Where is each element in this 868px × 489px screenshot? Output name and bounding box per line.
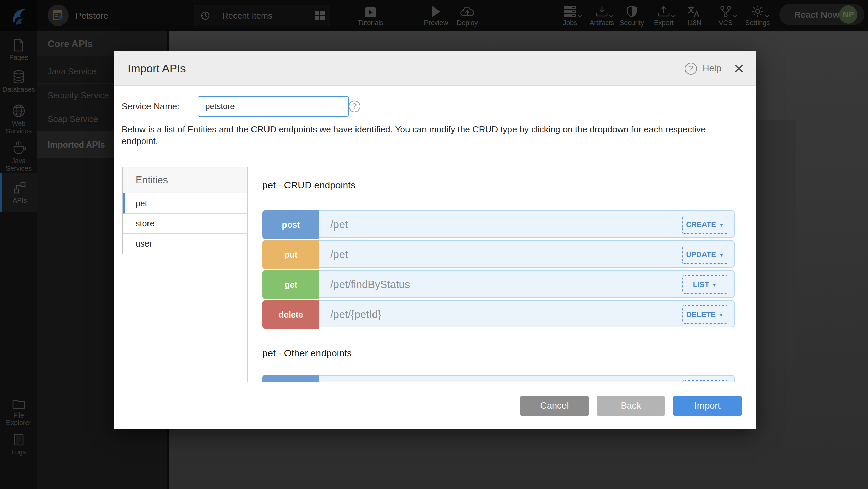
endpoint-row: put/petUPDATE▼ bbox=[262, 240, 735, 268]
chevron-down-icon bbox=[732, 15, 737, 18]
security-shield-icon bbox=[626, 5, 637, 18]
chevron-down-icon bbox=[671, 15, 676, 18]
artifacts-download-icon bbox=[595, 5, 608, 18]
import-button[interactable]: Import bbox=[673, 396, 742, 416]
method-badge: put bbox=[262, 240, 319, 269]
crud-dropdown[interactable]: LIST▼ bbox=[682, 275, 727, 294]
sidebar-item-apis[interactable]: APIs bbox=[0, 173, 37, 212]
sidebar-item-databases[interactable]: Databases bbox=[0, 70, 37, 93]
apis-icon bbox=[13, 181, 27, 195]
react-now-button[interactable]: React Now NP bbox=[779, 4, 864, 25]
close-icon[interactable]: ✕ bbox=[729, 51, 749, 86]
topbar-item-tutorials[interactable]: Tutorials bbox=[352, 0, 389, 31]
method-badge: post bbox=[262, 375, 319, 382]
modal-description: Below is a list of Entities and the CRUD… bbox=[122, 123, 737, 147]
help-button[interactable]: ? Help bbox=[685, 51, 722, 86]
crud-value: LIST bbox=[693, 280, 709, 289]
sidebar-item-java-services[interactable]: Java Services bbox=[0, 141, 37, 172]
entity-item[interactable]: store bbox=[123, 214, 248, 234]
crud-value: UPDATE bbox=[686, 250, 716, 259]
cancel-button[interactable]: Cancel bbox=[520, 396, 589, 416]
caret-down-icon: ▼ bbox=[719, 222, 724, 228]
entity-item[interactable]: user bbox=[123, 234, 248, 254]
page-icon bbox=[13, 39, 24, 52]
logo-cell bbox=[0, 0, 37, 31]
help-question-icon: ? bbox=[685, 63, 697, 75]
service-name-label: Service Name: bbox=[122, 101, 180, 112]
deploy-cloud-icon bbox=[460, 5, 475, 18]
method-badge: get bbox=[262, 270, 319, 299]
service-name-row: Service Name: bbox=[122, 96, 180, 117]
i18n-translate-icon bbox=[688, 5, 701, 18]
entities-header: Entities bbox=[123, 167, 248, 193]
project-name: Petstore bbox=[75, 0, 108, 31]
coffee-cup-icon bbox=[12, 141, 26, 155]
logs-document-icon bbox=[13, 433, 24, 446]
endpoint-row: post bbox=[262, 375, 735, 382]
folder-icon bbox=[12, 398, 25, 409]
grid-view-icon[interactable] bbox=[314, 10, 325, 21]
endpoint-row: delete/pet/{petId}DELETE▼ bbox=[262, 300, 735, 327]
endpoint-path: /pet/findByStatus bbox=[330, 271, 410, 298]
modal-title: Import APIs bbox=[128, 51, 186, 86]
database-icon bbox=[13, 70, 25, 84]
entity-item[interactable]: pet bbox=[123, 193, 248, 214]
caret-down-icon: ▼ bbox=[712, 282, 717, 288]
recent-items-label: Recent Items bbox=[222, 11, 314, 21]
caret-down-icon: ▼ bbox=[718, 312, 724, 318]
endpoint-path: /pet bbox=[330, 211, 348, 238]
left-sidebar: Pages Databases Web Services Java Servic… bbox=[0, 31, 37, 489]
modal-header: Import APIs ? Help ✕ bbox=[114, 51, 756, 86]
service-name-input[interactable] bbox=[198, 96, 349, 117]
other-section-title: pet - Other endpoints bbox=[262, 348, 352, 359]
method-badge: delete bbox=[262, 300, 319, 329]
tutorials-icon bbox=[364, 5, 377, 18]
wavemaker-logo-icon[interactable] bbox=[9, 4, 29, 27]
settings-gear-icon bbox=[751, 5, 764, 18]
chevron-down-icon bbox=[765, 15, 769, 18]
app-root: Petstore Recent Items bbox=[0, 0, 868, 489]
vcs-branch-icon bbox=[719, 5, 732, 18]
sidebar-item-web-services[interactable]: Web Services bbox=[0, 104, 37, 135]
sidebar-item-file-explorer[interactable]: File Explorer bbox=[0, 398, 37, 426]
partial-endpoint-row: post bbox=[262, 375, 735, 382]
back-button[interactable]: Back bbox=[597, 396, 665, 416]
jobs-icon bbox=[563, 5, 577, 18]
help-label: Help bbox=[702, 63, 722, 74]
endpoint-path: /pet/{petId} bbox=[330, 301, 381, 328]
divider bbox=[215, 5, 215, 26]
globe-icon bbox=[12, 104, 25, 118]
recent-items-box[interactable]: Recent Items bbox=[194, 5, 330, 26]
service-name-help-icon[interactable]: ? bbox=[349, 101, 360, 112]
chevron-down-icon bbox=[577, 15, 582, 18]
crud-dropdown[interactable]: CREATE▼ bbox=[682, 216, 727, 234]
modal-footer: Cancel Back Import bbox=[114, 382, 756, 429]
crud-value: DELETE bbox=[686, 310, 716, 319]
avatar[interactable]: NP bbox=[839, 5, 857, 24]
project-icon[interactable] bbox=[48, 5, 69, 26]
sidebar-item-pages[interactable]: Pages bbox=[0, 39, 37, 61]
crud-dropdown[interactable]: UPDATE▼ bbox=[682, 246, 727, 264]
preview-play-icon bbox=[431, 5, 441, 18]
crud-dropdown[interactable]: DELETE▼ bbox=[682, 305, 727, 324]
entities-table: Entities petstoreuser bbox=[122, 167, 248, 254]
topbar-item-settings[interactable]: Settings bbox=[739, 0, 776, 31]
endpoint-row: get/pet/findByStatusLIST▼ bbox=[262, 270, 735, 298]
top-bar: Petstore Recent Items bbox=[0, 0, 868, 31]
topbar-item-deploy[interactable]: Deploy bbox=[449, 0, 486, 31]
method-badge: post bbox=[262, 210, 319, 239]
endpoint-list: post/petCREATE▼put/petUPDATE▼get/pet/fin… bbox=[262, 210, 735, 330]
entities-list: petstoreuser bbox=[123, 193, 248, 254]
react-now-label: React Now bbox=[794, 10, 839, 20]
history-clock-icon bbox=[199, 10, 210, 21]
endpoint-row: post/petCREATE▼ bbox=[262, 210, 735, 238]
crud-section-title: pet - CRUD endpoints bbox=[262, 180, 355, 191]
crud-value: CREATE bbox=[686, 220, 716, 229]
sidebar-item-logs[interactable]: Logs bbox=[0, 433, 37, 456]
endpoints-panel: pet - CRUD endpoints post/petCREATE▼put/… bbox=[247, 167, 747, 382]
import-apis-modal: Import APIs ? Help ✕ Service Name: ? Bel… bbox=[114, 51, 756, 429]
export-upload-icon bbox=[657, 5, 670, 18]
endpoint-path: /pet bbox=[330, 241, 348, 268]
caret-down-icon: ▼ bbox=[719, 252, 724, 258]
